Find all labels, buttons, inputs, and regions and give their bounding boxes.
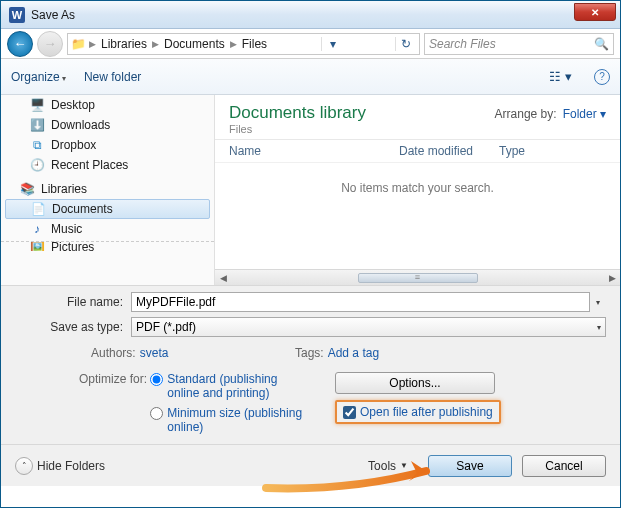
column-name[interactable]: Name bbox=[229, 144, 399, 158]
music-icon: ♪ bbox=[29, 222, 45, 236]
column-date[interactable]: Date modified bbox=[399, 144, 499, 158]
breadcrumb-bar[interactable]: 📁 ▶ Libraries ▶ Documents ▶ Files ▾ ↻ bbox=[67, 33, 420, 55]
content-area: Documents library Files Arrange by: Fold… bbox=[215, 95, 620, 285]
save-as-dialog: W Save As ✕ ← → 📁 ▶ Libraries ▶ Document… bbox=[0, 0, 621, 508]
library-subtitle: Files bbox=[229, 123, 366, 135]
breadcrumb-files[interactable]: Files bbox=[240, 37, 269, 51]
tools-menu[interactable]: Tools▼ bbox=[368, 459, 418, 473]
radio-minimum[interactable]: Minimum size (publishing online) bbox=[150, 406, 310, 434]
sidebar-item-downloads[interactable]: ⬇️Downloads bbox=[1, 115, 214, 135]
sidebar-item-music[interactable]: ♪Music bbox=[1, 219, 214, 239]
help-icon[interactable]: ? bbox=[594, 69, 610, 85]
search-placeholder: Search Files bbox=[429, 37, 496, 51]
nav-back-button[interactable]: ← bbox=[7, 31, 33, 57]
main-area: 🖥️Desktop ⬇️Downloads ⧉Dropbox 🕘Recent P… bbox=[1, 95, 620, 285]
breadcrumb-libraries[interactable]: Libraries bbox=[99, 37, 149, 51]
desktop-icon: 🖥️ bbox=[29, 98, 45, 112]
sidebar-item-pictures[interactable]: 🖼️Pictures bbox=[1, 241, 214, 251]
scroll-thumb[interactable] bbox=[358, 273, 478, 283]
nav-bar: ← → 📁 ▶ Libraries ▶ Documents ▶ Files ▾ … bbox=[1, 29, 620, 59]
close-button[interactable]: ✕ bbox=[574, 3, 616, 21]
sidebar: 🖥️Desktop ⬇️Downloads ⧉Dropbox 🕘Recent P… bbox=[1, 95, 215, 285]
save-button[interactable]: Save bbox=[428, 455, 512, 477]
dropbox-icon: ⧉ bbox=[29, 138, 45, 152]
pictures-icon: 🖼️ bbox=[29, 241, 45, 251]
radio-standard[interactable]: Standard (publishing online and printing… bbox=[150, 372, 310, 400]
optimize-label: Optimize for: bbox=[73, 372, 147, 386]
empty-message: No items match your search. bbox=[215, 163, 620, 269]
scroll-left-icon[interactable]: ◀ bbox=[215, 273, 231, 283]
open-after-publishing-checkbox[interactable]: Open file after publishing bbox=[335, 400, 501, 424]
sidebar-item-documents[interactable]: 📄Documents bbox=[5, 199, 210, 219]
authors-label: Authors: bbox=[91, 346, 136, 360]
cancel-button[interactable]: Cancel bbox=[522, 455, 606, 477]
toolbar: Organize New folder ☷ ▾ ? bbox=[1, 59, 620, 95]
breadcrumb-documents[interactable]: Documents bbox=[162, 37, 227, 51]
view-options-icon[interactable]: ☷ ▾ bbox=[545, 69, 576, 84]
form-area: File name: ▾ Save as type: PDF (*.pdf) ▾… bbox=[1, 285, 620, 444]
hide-folders-button[interactable]: ˄ Hide Folders bbox=[15, 457, 105, 475]
footer: ˄ Hide Folders Tools▼ Save Cancel bbox=[1, 444, 620, 486]
documents-icon: 📄 bbox=[30, 202, 46, 216]
search-icon: 🔍 bbox=[594, 37, 609, 51]
filename-input[interactable] bbox=[131, 292, 590, 312]
dropdown-chevron-icon[interactable]: ▾ bbox=[321, 37, 343, 51]
tags-value[interactable]: Add a tag bbox=[328, 346, 379, 360]
organize-menu[interactable]: Organize bbox=[11, 70, 66, 84]
horizontal-scrollbar[interactable]: ◀ ▶ bbox=[215, 269, 620, 285]
sidebar-item-libraries[interactable]: 📚Libraries bbox=[1, 179, 214, 199]
new-folder-button[interactable]: New folder bbox=[84, 70, 141, 84]
folder-path-icon: 📁 bbox=[70, 36, 86, 52]
tags-label: Tags: bbox=[295, 346, 324, 360]
search-input[interactable]: Search Files 🔍 bbox=[424, 33, 614, 55]
arrange-by-control[interactable]: Arrange by: Folder ▾ bbox=[495, 103, 606, 121]
save-type-label: Save as type: bbox=[15, 320, 131, 334]
authors-value[interactable]: sveta bbox=[140, 346, 169, 360]
options-button[interactable]: Options... bbox=[335, 372, 495, 394]
filename-label: File name: bbox=[15, 295, 131, 309]
scroll-right-icon[interactable]: ▶ bbox=[604, 273, 620, 283]
window-title: Save As bbox=[31, 8, 75, 22]
chevron-down-icon: ▾ bbox=[597, 323, 601, 332]
nav-forward-button[interactable]: → bbox=[37, 31, 63, 57]
recent-places-icon: 🕘 bbox=[29, 158, 45, 172]
sidebar-item-desktop[interactable]: 🖥️Desktop bbox=[1, 95, 214, 115]
libraries-icon: 📚 bbox=[19, 182, 35, 196]
chevron-icon[interactable]: ▶ bbox=[88, 39, 97, 49]
library-title: Documents library bbox=[229, 103, 366, 123]
column-headers: Name Date modified Type bbox=[215, 140, 620, 163]
sidebar-item-recent[interactable]: 🕘Recent Places bbox=[1, 155, 214, 175]
sidebar-item-dropbox[interactable]: ⧉Dropbox bbox=[1, 135, 214, 155]
save-type-combobox[interactable]: PDF (*.pdf) ▾ bbox=[131, 317, 606, 337]
word-app-icon: W bbox=[9, 7, 25, 23]
title-bar: W Save As ✕ bbox=[1, 1, 620, 29]
refresh-icon[interactable]: ↻ bbox=[395, 37, 417, 51]
content-header: Documents library Files Arrange by: Fold… bbox=[215, 95, 620, 140]
chevron-up-icon: ˄ bbox=[15, 457, 33, 475]
chevron-icon[interactable]: ▶ bbox=[229, 39, 238, 49]
column-type[interactable]: Type bbox=[499, 144, 606, 158]
filename-dropdown-icon[interactable]: ▾ bbox=[590, 298, 606, 307]
chevron-icon[interactable]: ▶ bbox=[151, 39, 160, 49]
downloads-icon: ⬇️ bbox=[29, 118, 45, 132]
